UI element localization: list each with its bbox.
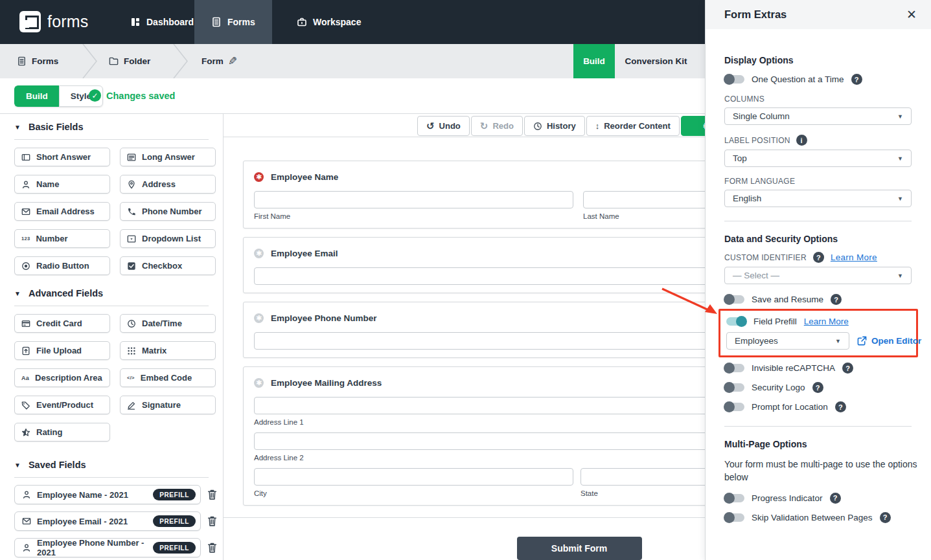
info-icon[interactable]: i: [796, 135, 807, 146]
security-logo-toggle[interactable]: [724, 383, 744, 392]
skip-validation-toggle[interactable]: [724, 513, 744, 522]
help-icon[interactable]: ?: [842, 363, 853, 374]
section-title: Basic Fields: [29, 122, 84, 132]
field-card-employee-phone[interactable]: ✱ Employee Phone Number: [243, 302, 705, 358]
open-editor-link[interactable]: Open Editor: [857, 336, 921, 346]
field-chip-checkbox[interactable]: Checkbox: [120, 256, 216, 275]
field-title: Employee Email: [271, 249, 338, 258]
field-chip-file-upload[interactable]: File Upload: [14, 341, 110, 360]
address-line2-input[interactable]: [254, 432, 705, 450]
label-position-select[interactable]: Top ▼: [724, 150, 912, 167]
help-icon[interactable]: ?: [851, 74, 862, 85]
breadcrumb-form[interactable]: Form: [201, 44, 224, 78]
field-card-employee-email[interactable]: ✱ Employee Email: [243, 237, 705, 293]
field-chip-short-answer[interactable]: Short Answer: [14, 148, 110, 166]
app-logo[interactable]: forms: [19, 11, 89, 32]
toggle-label: Save and Resume: [752, 295, 823, 304]
divider: [14, 139, 209, 140]
section-advanced-fields[interactable]: ▼ Advanced Fields: [14, 288, 223, 298]
advanced-fields-grid: Credit Card Date/Time File Upload Matrix…: [14, 314, 223, 442]
field-chip-description-area[interactable]: AaDescription Area: [14, 368, 110, 387]
field-chip-name[interactable]: Name: [14, 175, 110, 194]
field-chip-rating[interactable]: Rating: [14, 423, 110, 442]
field-chip-event-product[interactable]: Event/Product: [14, 396, 110, 414]
field-card-employee-name[interactable]: ✱ Employee Name First Name Last Name: [243, 161, 705, 229]
form-language-label: FORM LANGUAGE: [724, 177, 912, 186]
saved-field-employee-phone[interactable]: Employee Phone Number - 2021 PREFILL: [14, 538, 201, 557]
breadcrumb-folder[interactable]: Folder: [109, 44, 150, 78]
field-title: Employee Name: [271, 172, 338, 182]
field-chip-embed-code[interactable]: </>Embed Code: [120, 368, 216, 387]
saved-field-employee-name[interactable]: Employee Name - 2021 PREFILL: [14, 485, 201, 504]
field-prefill-toggle[interactable]: [726, 317, 746, 326]
field-chip-email-address[interactable]: Email Address: [14, 202, 110, 221]
saved-field-employee-email[interactable]: Employee Email - 2021 PREFILL: [14, 511, 201, 531]
person-icon: [21, 180, 30, 189]
nav-label: Workspace: [313, 17, 361, 27]
one-question-toggle[interactable]: [724, 75, 744, 84]
sublabel-last-name: Last Name: [583, 212, 705, 220]
collapse-triangle-icon: ▼: [14, 290, 21, 297]
breadcrumb-forms[interactable]: Forms: [17, 44, 58, 78]
tab-build[interactable]: Build: [573, 44, 615, 78]
help-icon[interactable]: ?: [835, 401, 846, 412]
field-chip-number[interactable]: 123Number: [14, 229, 110, 248]
prefill-source-select[interactable]: Employees ▼: [726, 332, 849, 350]
form-extras-panel: Form Extras ✕ Display Options One Questi…: [705, 0, 931, 560]
phone-input[interactable]: [254, 332, 705, 350]
section-saved-fields[interactable]: ▼ Saved Fields: [14, 460, 223, 470]
city-input[interactable]: [254, 468, 573, 486]
field-chip-matrix[interactable]: Matrix: [120, 341, 216, 360]
nav-item-forms[interactable]: Forms: [194, 0, 272, 44]
trash-icon[interactable]: [207, 489, 218, 500]
email-input[interactable]: [254, 267, 705, 285]
recaptcha-toggle[interactable]: [724, 364, 744, 372]
state-input[interactable]: [580, 468, 705, 486]
envelope-icon: [21, 207, 30, 216]
build-mode-button[interactable]: Build: [14, 85, 59, 107]
reorder-content-button[interactable]: ↕Reorder Content: [586, 116, 680, 136]
progress-indicator-toggle[interactable]: [724, 494, 744, 502]
field-prefill-learn-more-link[interactable]: Learn More: [804, 317, 849, 326]
history-button[interactable]: History: [524, 116, 585, 136]
trash-icon[interactable]: [207, 515, 218, 527]
submit-form-button[interactable]: Submit Form: [517, 537, 642, 560]
sublabel-state: State: [580, 489, 705, 497]
label-position-label: LABEL POSITION i: [724, 135, 912, 146]
help-icon[interactable]: ?: [812, 382, 823, 393]
help-icon[interactable]: ?: [831, 294, 842, 305]
custom-identifier-select[interactable]: — Select — ▼: [724, 267, 912, 284]
field-chip-date-time[interactable]: Date/Time: [120, 314, 216, 333]
help-icon[interactable]: ?: [880, 512, 891, 523]
field-chip-phone-number[interactable]: Phone Number: [120, 202, 216, 221]
nav-item-workspace[interactable]: Workspace: [280, 0, 378, 44]
custom-identifier-label: CUSTOM IDENTIFIER: [724, 253, 807, 262]
undo-button[interactable]: ↺Undo: [417, 116, 470, 136]
last-name-input[interactable]: [583, 191, 705, 208]
section-basic-fields[interactable]: ▼ Basic Fields: [14, 122, 223, 132]
display-options-heading: Display Options: [724, 55, 912, 65]
field-chip-long-answer[interactable]: Long Answer: [120, 148, 216, 166]
columns-select[interactable]: Single Column ▼: [724, 107, 912, 125]
field-chip-credit-card[interactable]: Credit Card: [14, 314, 110, 333]
address-line1-input[interactable]: [254, 397, 705, 414]
trash-icon[interactable]: [207, 542, 218, 554]
first-name-input[interactable]: [254, 191, 573, 208]
redo-button[interactable]: ↻Redo: [471, 116, 523, 136]
divider: [224, 517, 705, 518]
field-card-employee-mailing-address[interactable]: ✱ Employee Mailing Address Address Line …: [243, 366, 705, 506]
help-icon[interactable]: ?: [830, 493, 841, 504]
field-chip-dropdown-list[interactable]: Dropdown List: [120, 229, 216, 248]
field-chip-address[interactable]: Address: [120, 175, 216, 194]
tab-conversion-kit[interactable]: Conversion Kit: [615, 44, 697, 78]
custom-identifier-learn-more-link[interactable]: Learn More: [831, 252, 877, 262]
close-icon[interactable]: ✕: [906, 8, 917, 21]
form-language-select[interactable]: English ▼: [724, 190, 912, 207]
edit-form-name-icon[interactable]: ✎: [228, 54, 237, 68]
field-chip-signature[interactable]: Signature: [120, 396, 216, 414]
help-icon[interactable]: ?: [813, 252, 824, 263]
form-extras-button[interactable]: ⚙Form: [681, 116, 705, 136]
field-chip-radio-button[interactable]: Radio Button: [14, 256, 110, 275]
save-resume-toggle[interactable]: [724, 295, 744, 304]
prompt-location-toggle[interactable]: [724, 403, 744, 411]
